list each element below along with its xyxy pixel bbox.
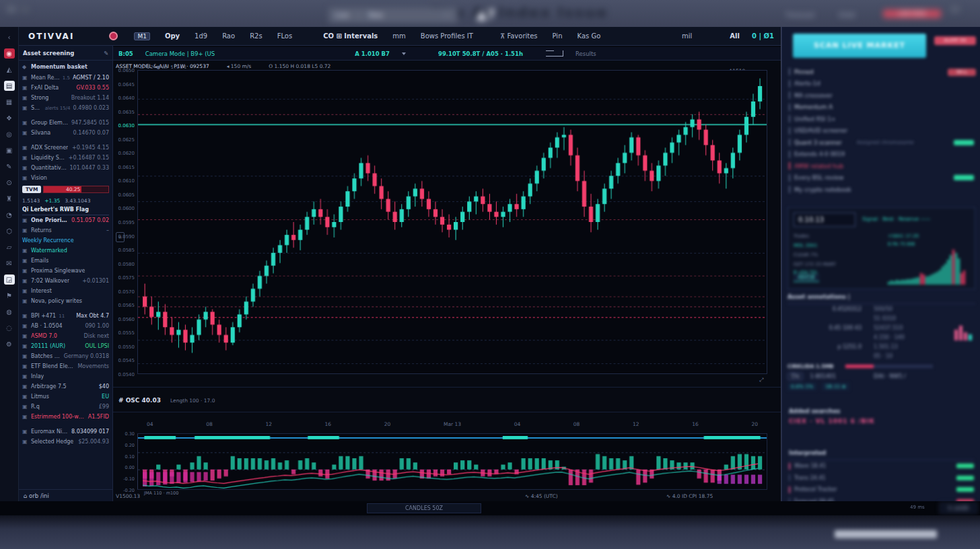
watchlist-link[interactable]: Weekly Recurrence bbox=[22, 235, 109, 246]
price-axis[interactable]: 0.06500.06450.06400.06350.06300.06250.06… bbox=[113, 70, 137, 374]
watchlist-row[interactable]: ▣LitmusEU bbox=[22, 392, 109, 402]
grid-icon[interactable]: ▦ bbox=[4, 97, 15, 107]
clock-icon[interactable]: ◔ bbox=[4, 210, 15, 220]
signal-row[interactable]: Wave 18.41 bbox=[789, 460, 974, 472]
toolbar-profiles[interactable]: Bows Profiles IT bbox=[421, 32, 473, 40]
watchlist-row[interactable]: ▣Selected Hedge$25.004.93 bbox=[22, 437, 109, 447]
toolbar-item-5[interactable]: FLos bbox=[277, 32, 292, 40]
price-input[interactable]: 0.10.13 bbox=[794, 213, 855, 227]
toolbar-favorites[interactable]: ⊼ Favorites bbox=[500, 32, 538, 40]
watchlist-row[interactable]: ▣Interest bbox=[22, 286, 109, 296]
watchlist-row[interactable]: ▣FxAI DeltaGV.033 0.55 bbox=[22, 83, 109, 93]
alert-chip[interactable]: ALERT 04 bbox=[934, 36, 976, 45]
watchlist-row[interactable]: ▣Euromax Nine8.034099 017 bbox=[22, 427, 109, 437]
toolbar-pin[interactable]: Pin bbox=[553, 32, 563, 40]
scanner-item[interactable]: Momentum A bbox=[789, 102, 974, 114]
desktop-icon-1[interactable] bbox=[7, 5, 16, 13]
orders-icon[interactable]: ◍ bbox=[4, 307, 15, 317]
toolbar-item-1[interactable]: Opy bbox=[165, 32, 180, 40]
watchlist-subheader[interactable]: Qi Lerbert's RWB Flag bbox=[22, 205, 109, 215]
chevron-down-icon[interactable] bbox=[402, 52, 406, 55]
scanner-item[interactable]: Pinned bbox=[789, 66, 974, 78]
oscillator-chart[interactable] bbox=[137, 433, 767, 490]
shape-icon[interactable]: ▱ bbox=[4, 242, 15, 252]
watchlist-row[interactable]: ▣AB · 1.0504090 1.00 bbox=[22, 321, 109, 331]
results-button[interactable]: Results bbox=[575, 50, 596, 57]
toolbar-all[interactable]: All bbox=[730, 32, 740, 40]
toolbar-intervals[interactable]: CO ⊞ Intervals bbox=[323, 32, 378, 40]
watchlist-row[interactable]: ▣Nova, policy writes bbox=[22, 296, 109, 306]
detail-chip[interactable]: 1B.11 ⊕ bbox=[822, 383, 849, 390]
indicator-title[interactable]: # OSC 40.03 bbox=[118, 397, 161, 404]
expand-icon[interactable]: ⤢ bbox=[759, 377, 763, 383]
scanner-item[interactable]: Every BSL review bbox=[789, 172, 974, 184]
screen-icon[interactable]: ◲ bbox=[4, 274, 15, 285]
scanner-item[interactable]: Unified RSI 1+ bbox=[789, 113, 974, 125]
signal-row[interactable]: Protocol Tracker bbox=[789, 484, 974, 496]
watchlist-row[interactable]: ▣Vision bbox=[22, 173, 109, 183]
settings-icon[interactable]: ⚙ bbox=[4, 339, 15, 349]
watchlist-row[interactable]: ▣ASMD 7.0Disk next bbox=[22, 331, 109, 341]
watchlist-icon[interactable]: ▤ bbox=[4, 81, 15, 91]
order-links[interactable]: Signal · Best · Reserve —— bbox=[862, 216, 930, 222]
plot-mini-tools[interactable]: ⊡ 12 ● ▭ 1.001 bbox=[140, 65, 187, 70]
watchlist-row[interactable]: ▣Quantitative F101.0447 0.33 bbox=[22, 163, 109, 173]
chat-icon[interactable]: ◌ bbox=[4, 323, 15, 333]
toolbar-item-2[interactable]: 1d9 bbox=[195, 32, 207, 40]
draw-icon[interactable]: ✎ bbox=[4, 161, 15, 172]
scanner-item[interactable]: Quant 3 scannerAssigned chromosome bbox=[789, 137, 974, 149]
pill-chevrons[interactable]: ‹ › bbox=[444, 11, 451, 19]
edit-icon[interactable]: ✎ bbox=[104, 50, 108, 57]
panel-icon[interactable]: ▣ bbox=[4, 145, 15, 155]
watchlist-row[interactable]: ▣BPI +47111Max Obt 4.7 bbox=[22, 311, 109, 321]
watchlist-row[interactable]: ▣ADX Screener+0.1945 4.15 bbox=[22, 143, 109, 153]
signal-row[interactable]: Forecast 09:45 bbox=[789, 496, 974, 502]
ole-chip[interactable]: Ole bbox=[788, 373, 803, 380]
watchlist-row[interactable]: ▣One Priority 10/1100.51.057 0.02 bbox=[22, 215, 109, 225]
record-button[interactable] bbox=[109, 32, 118, 40]
watchlist-section[interactable]: ◆Momentum basket bbox=[22, 61, 109, 73]
order-chip[interactable]: 4845B bbox=[794, 274, 819, 282]
mail-icon[interactable]: ✉ bbox=[4, 258, 15, 268]
scanner-item[interactable]: USD/AUD screener bbox=[789, 125, 974, 137]
detail-chip[interactable]: 0.6% 1% bbox=[788, 383, 816, 390]
spread-widget[interactable]: TVM40.25 bbox=[22, 183, 109, 196]
scan-market-button[interactable]: SCAN LIVE MARKET bbox=[793, 34, 926, 58]
chart-mode[interactable]: Camera Mode | B9+ (US bbox=[145, 50, 215, 57]
scanner-item[interactable]: My crypto notebook bbox=[789, 184, 974, 196]
watchlist-row[interactable]: ▣7:02 Walkover+0.01301 bbox=[22, 276, 109, 286]
scanner-item[interactable]: Alerts-1d bbox=[789, 78, 974, 90]
record-icon[interactable]: ◉ bbox=[4, 48, 15, 59]
pill-live[interactable]: Live bbox=[335, 11, 349, 19]
watchlist-row[interactable]: ▣Watermarked bbox=[22, 246, 109, 256]
toolbar-kas[interactable]: Kas Go bbox=[578, 32, 601, 40]
mode-badge[interactable]: M1 bbox=[134, 32, 150, 40]
scanner-item[interactable]: MA crossover bbox=[789, 89, 974, 102]
signal-row[interactable]: Trans 24.41 bbox=[789, 472, 974, 484]
step-line-icon[interactable] bbox=[546, 50, 563, 57]
measure-icon[interactable]: ⊙ bbox=[4, 178, 15, 188]
back-icon[interactable]: ‹ bbox=[4, 32, 15, 42]
desktop-tab-pill[interactable]: Live New ‹ › bbox=[328, 7, 458, 23]
layers-icon[interactable]: ◭ bbox=[4, 65, 15, 75]
scanner-item[interactable]: AMW related hub bbox=[789, 160, 974, 172]
watchlist-row[interactable]: ▣StrongBreakout 1.14 bbox=[22, 93, 109, 103]
refresh-widget[interactable]: ↻ smith bbox=[940, 503, 977, 513]
target-icon[interactable]: ◎ bbox=[4, 129, 15, 139]
watchlist-row[interactable]: ▣Arbitrage 7.5$40 bbox=[22, 381, 109, 392]
watchlist-row[interactable]: ▣Mean Rev 701.5AGMST / 2.10 bbox=[22, 73, 109, 83]
strategy-icon[interactable]: ♜ bbox=[4, 194, 15, 204]
desktop-right-item-1[interactable]: Forecast bbox=[786, 11, 814, 19]
live-feed-chip[interactable]: LIVE FEED bbox=[883, 9, 941, 18]
watchlist-row[interactable]: ▣Batches Line · 1-dayGermany 0.0318 bbox=[22, 351, 109, 361]
watchlist-row[interactable]: ▣R.q£99 bbox=[22, 402, 109, 412]
scanner-item[interactable]: Extends 4-0 0019 bbox=[789, 149, 974, 161]
toolbar-mil[interactable]: mil bbox=[682, 32, 692, 40]
chart-price-a[interactable]: A 1.010 B7 bbox=[355, 50, 390, 57]
watchlist-row[interactable]: ▣Returns– bbox=[22, 225, 109, 235]
flag-icon[interactable]: ⚑ bbox=[4, 291, 15, 301]
watchlist-row[interactable]: ▣Proxima Singlewave bbox=[22, 266, 109, 276]
desktop-right-item-2[interactable]: Orbit bbox=[839, 11, 855, 19]
watchlist-row[interactable]: ▣20111 (AUR)OUL LPSI bbox=[22, 341, 109, 351]
watchlist-row[interactable]: ▣Silvana0.14670 0.07 bbox=[22, 128, 109, 138]
